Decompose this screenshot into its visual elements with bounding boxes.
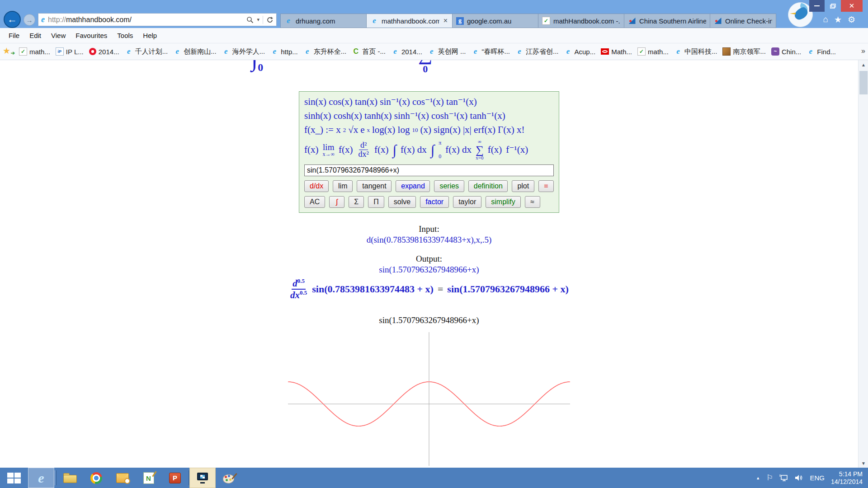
favorite-item[interactable]: e创新南山... [170,46,219,57]
favorite-item[interactable]: eFind... [804,46,839,57]
menu-view[interactable]: View [46,32,71,39]
taskbar-outlook[interactable] [109,468,136,488]
menu-favourites[interactable]: Favourites [71,32,112,39]
integrate-button[interactable]: ∫ [329,196,344,208]
definition-button[interactable]: definition [468,180,508,192]
favorite-item[interactable]: e2014... [388,46,425,57]
taylor-button[interactable]: taylor [453,196,481,208]
hidden-icons-arrow[interactable]: ▲ [756,476,760,480]
tab-mathhandbook[interactable]: e mathhandbook.com × [366,14,452,28]
tab-mathhandbook-2[interactable]: ✓ mathHandbook.com -... [538,14,624,28]
input-expression[interactable]: d(sin(0.7853981633974483+x),x,.5) [0,235,858,245]
elementary-functions-row[interactable]: f(x_) := x2 √x ex log(x) log10 (x) sign(… [304,123,554,137]
favorite-item[interactable]: 南京领军... [720,46,769,57]
scroll-down-arrow[interactable]: ▼ [859,459,868,468]
action-center-flag-icon[interactable]: ⚐ [766,473,773,483]
scrollbar-thumb[interactable] [859,71,868,94]
favorite-item[interactable]: 2014... [86,47,122,57]
simplify-button[interactable]: simplify [486,196,520,208]
favorite-item[interactable]: e中国科技... [671,46,720,57]
forward-button[interactable]: → [24,14,35,26]
favorite-item[interactable]: ✓math... [16,46,53,57]
all-clear-button[interactable]: AC [304,196,325,208]
home-icon[interactable]: ⌂ [823,14,828,25]
favorite-item[interactable]: C首页 -... [349,46,388,57]
settings-gear-icon[interactable]: ⚙ [848,14,855,25]
restore-button[interactable] [825,0,841,12]
math-token: f(x) [339,144,353,155]
taskbar-clock[interactable]: 5:14 PM 14/12/2014 [831,470,863,486]
network-icon[interactable] [779,474,788,482]
series-button[interactable]: series [434,180,464,192]
volume-icon[interactable] [795,474,803,482]
taskbar-internet-explorer[interactable]: e [28,468,54,488]
approx-button[interactable]: ≈ [525,196,540,208]
menu-file[interactable]: File [4,32,24,39]
menu-edit[interactable]: Edit [24,32,46,39]
ie-icon: e [370,17,378,25]
favorite-item[interactable]: ehttp... [268,46,301,57]
minimize-button[interactable] [809,0,825,12]
product-button[interactable]: Π [368,196,384,208]
equals-button[interactable]: = [538,180,554,192]
taskbar-chrome[interactable] [83,468,109,488]
tab-close-icon[interactable]: × [443,17,448,25]
calculus-operators-row[interactable]: f(x) lim x→∞ f(x) d² dx² f(x) ∫ f(x) dx … [304,137,554,162]
favorite-item[interactable]: ✓math... [635,46,671,57]
back-button[interactable]: ← [4,11,21,28]
taskbar-powerpoint[interactable]: P [162,468,188,488]
tab-label: drhuang.com [296,17,363,25]
tab-china-southern[interactable]: China Southern Airline... [624,14,710,28]
sum-button[interactable]: Σ [349,196,364,208]
tab-online-checkin[interactable]: Online Check-in [710,14,776,28]
math-token: √x [348,124,358,136]
search-icon[interactable] [246,16,254,23]
favorites-overflow-chevron[interactable]: » [861,47,865,55]
favorite-item[interactable]: Math... [598,47,635,57]
favorite-item[interactable]: ~Chin... [769,46,804,57]
taskbar-file-explorer[interactable] [57,468,83,488]
derivative-button[interactable]: d/dx [304,180,329,192]
favorite-item[interactable]: e东升杯全... [301,46,349,57]
refresh-icon[interactable] [266,16,274,23]
language-indicator[interactable]: ENG [810,474,825,482]
factor-button[interactable]: factor [420,196,449,208]
favorite-item[interactable]: eAcup... [561,46,598,57]
math-token: log(x) log [372,124,410,136]
favorite-item[interactable]: iPIP L... [53,46,86,57]
tab-drhuang[interactable]: e drhuang.com [280,14,366,28]
ie-icon: e [173,47,181,56]
vertical-scrollbar[interactable]: ▲ ▼ [858,60,868,468]
purple-icon: ~ [771,47,779,56]
menu-tools[interactable]: Tools [112,32,138,39]
plot-button[interactable]: plot [512,180,534,192]
trig-functions-row[interactable]: sin(x) cos(x) tan(x) sin⁻¹(x) cos⁻¹(x) t… [304,95,554,109]
add-favorite-icon[interactable]: ★ ➔ [3,47,14,56]
taskbar-notepad-plus-plus[interactable]: N [136,468,162,488]
scroll-up-arrow[interactable]: ▲ [859,60,868,69]
favorite-item[interactable]: e千人计划... [122,46,171,57]
favorite-label: 2014... [401,48,422,56]
expand-button[interactable]: expand [396,180,430,192]
favorite-item[interactable]: e海外学人... [219,46,268,57]
tab-google[interactable]: g google.com.au [452,14,538,28]
solve-button[interactable]: solve [388,196,416,208]
favorites-star-icon[interactable]: ★ [834,14,842,25]
tangent-button[interactable]: tangent [357,180,392,192]
favorite-item[interactable]: e江苏省创... [513,46,561,57]
expression-input[interactable] [304,164,554,176]
menu-help[interactable]: Help [138,32,162,39]
favorite-item[interactable]: e英创网 ... [425,46,469,57]
favorite-item[interactable]: e“春晖杯... [468,46,513,57]
output-expression[interactable]: sin(1.5707963267948966+x) [0,265,858,275]
hyperbolic-functions-row[interactable]: sinh(x) cosh(x) tanh(x) sinh⁻¹(x) cosh⁻¹… [304,109,554,123]
start-button[interactable] [0,468,28,488]
taskbar-remote-desktop[interactable] [189,468,216,488]
address-bar[interactable]: e http://mathhandbook.com/ ▾ [38,13,277,26]
search-dropdown-caret[interactable]: ▾ [257,17,259,23]
tab-label: mathhandbook.com [382,17,439,25]
url-text[interactable]: http://mathhandbook.com/ [48,16,246,24]
limit-button[interactable]: lim [333,180,353,192]
close-button[interactable]: ✕ [841,0,863,12]
taskbar-paint[interactable] [216,468,242,488]
